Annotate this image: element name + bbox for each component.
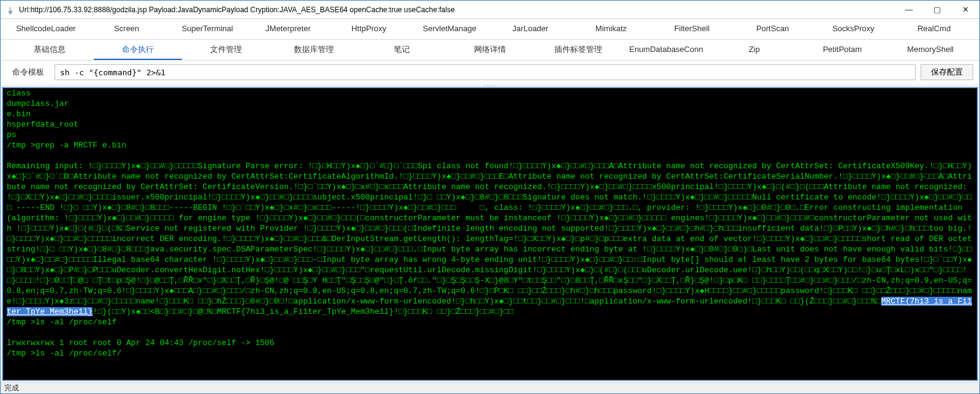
terminal-output[interactable]: class dumpclass.jar e.bin hsperfdata_roo…	[3, 88, 977, 380]
tab-servletmanage[interactable]: ServletManage	[409, 19, 490, 39]
tab--[interactable]: 数据库管理	[270, 40, 358, 60]
command-template-label: 命令模板	[7, 67, 50, 78]
close-button[interactable]: ✕	[951, 1, 979, 18]
command-template-input[interactable]	[55, 64, 916, 80]
tab-jarloader[interactable]: JarLoader	[490, 19, 571, 39]
tab--[interactable]: 笔记	[358, 40, 446, 60]
tab-portscan[interactable]: PortScan	[732, 19, 813, 39]
tab-shellcodeloader[interactable]: ShellcodeLoader	[6, 19, 86, 39]
tab-memoryshell[interactable]: MemoryShell	[886, 40, 974, 60]
java-icon	[6, 5, 15, 15]
window-titlebar: Url:http://106.75.33.92:8888/godzila.jsp…	[1, 1, 979, 19]
tab--[interactable]: 网络详情	[446, 40, 534, 60]
minimize-button[interactable]: —	[895, 1, 923, 18]
tab-mimikatz[interactable]: Mimikatz	[571, 19, 652, 39]
tabrow-top: ShellcodeLoaderScreenSuperTerminalJMeter…	[1, 19, 979, 40]
tab-zip[interactable]: Zip	[710, 40, 799, 60]
tab-enumdatabaseconn[interactable]: EnumDatabaseConn	[622, 40, 710, 60]
window-title: Url:http://106.75.33.92:8888/godzila.jsp…	[19, 6, 895, 14]
tab--[interactable]: 文件管理	[182, 40, 270, 60]
maximize-button[interactable]: ▢	[923, 1, 951, 18]
window-controls: — ▢ ✕	[895, 1, 979, 18]
tab-socksproxy[interactable]: SocksProxy	[813, 19, 894, 39]
command-template-bar: 命令模板 保存配置	[1, 61, 979, 84]
tab-realcmd[interactable]: RealCmd	[894, 19, 974, 39]
tab-filtershell[interactable]: FilterShell	[652, 19, 733, 39]
terminal-panel: class dumpclass.jar e.bin hsperfdata_roo…	[2, 87, 978, 381]
tabrow-bottom: 基础信息命令执行文件管理数据库管理笔记网络详情插件标签管理EnumDatabas…	[1, 40, 979, 61]
tab--[interactable]: 插件标签管理	[534, 40, 622, 60]
tab-petitpotam[interactable]: PetitPotam	[798, 40, 886, 60]
save-config-button[interactable]: 保存配置	[921, 64, 973, 80]
statusbar: 完成	[1, 382, 979, 393]
statusbar-text: 完成	[4, 383, 19, 393]
tab-httpproxy[interactable]: HttpProxy	[328, 19, 409, 39]
tab-screen[interactable]: Screen	[86, 19, 167, 39]
tab--[interactable]: 基础信息	[6, 40, 94, 60]
tab-jmeterpreter[interactable]: JMeterpreter	[247, 19, 328, 39]
tab-superterminal[interactable]: SuperTerminal	[167, 19, 248, 39]
tab--[interactable]: 命令执行	[94, 40, 182, 60]
